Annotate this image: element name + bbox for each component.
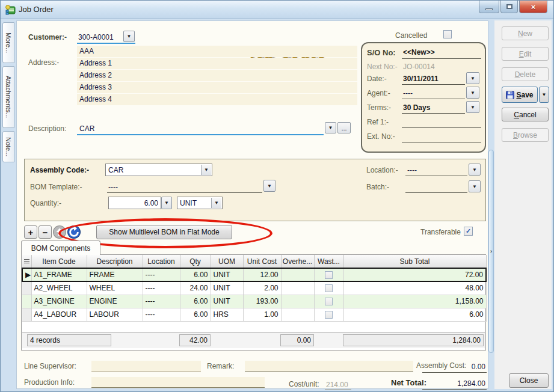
agent-value[interactable]: ---- <box>403 89 413 97</box>
col-qty[interactable]: Qty <box>180 255 211 268</box>
waste-cell <box>314 281 343 295</box>
cancelled-checkbox[interactable] <box>443 30 452 38</box>
quantity-value: 6.00 <box>144 199 158 207</box>
table-row[interactable]: ▶ A1_FRAMEFRAME ----6.00 UNIT12.00 72.00 <box>22 268 486 281</box>
col-unit-cost[interactable]: Unit Cost <box>243 255 281 268</box>
description-ellipsis-button[interactable]: ... <box>337 122 351 133</box>
next-no-value: JO-00014 <box>403 63 435 71</box>
col-item-code[interactable]: Item Code <box>31 255 87 268</box>
so-no-value: <<New>> <box>403 48 435 57</box>
description-dropdown-button[interactable]: ▼ <box>325 122 336 133</box>
assembly-code-dropdown-icon[interactable]: ▼ <box>201 165 211 175</box>
ref1-underline <box>402 127 481 128</box>
show-flat-mode-button[interactable]: Show Multilevel BOM in Flat Mode <box>96 225 232 239</box>
bom-grid: Item Code Description Location Qty UOM U… <box>21 254 486 351</box>
bom-template-dropdown-button[interactable]: ▼ <box>263 180 275 192</box>
col-waste[interactable]: Wast... <box>314 255 343 268</box>
agent-dropdown-button[interactable]: ▼ <box>466 87 479 99</box>
address-line2-field[interactable] <box>77 70 357 81</box>
customer-name: AAA <box>79 47 94 55</box>
batch-label: Batch:- <box>366 183 389 191</box>
transferable-checkbox[interactable]: ✓ <box>464 227 473 236</box>
column-chooser-header[interactable] <box>22 255 31 268</box>
address-line3: Address 3 <box>79 83 112 91</box>
add-row-button[interactable]: + <box>24 225 37 239</box>
address-line1-field[interactable] <box>77 58 357 69</box>
terms-value[interactable]: 30 Days <box>403 103 430 112</box>
terms-dropdown-button[interactable]: ▼ <box>466 101 479 113</box>
quantity-dropdown-button[interactable]: ▼ <box>161 197 172 209</box>
quantity-label: Quantity:- <box>30 199 61 207</box>
waste-checkbox[interactable] <box>325 271 333 279</box>
tab-more[interactable]: More... <box>2 22 14 63</box>
line-supervisor-label: Line Supervisor: <box>24 362 76 370</box>
edit-button[interactable]: Edit <box>502 47 549 61</box>
customer-focus-underline <box>77 43 135 44</box>
table-row[interactable]: A3_ENGINEENGINE ----6.00 UNIT193.00 1,15… <box>22 295 486 308</box>
assembly-code-label: Assembly Code:- <box>30 166 89 174</box>
close-button[interactable]: Close <box>509 373 549 388</box>
batch-dropdown-button[interactable]: ▼ <box>469 180 481 192</box>
refresh-bom-button[interactable] <box>67 225 81 239</box>
agent-label: Agent:- <box>367 89 390 97</box>
waste-checkbox[interactable] <box>325 311 333 319</box>
description-label: Description: <box>28 124 66 133</box>
date-dropdown-button[interactable]: ▼ <box>466 72 479 84</box>
quantity-input[interactable]: 6.00 <box>108 197 161 209</box>
next-no-label: Next No:- <box>367 63 398 71</box>
browse-button[interactable]: Browse <box>502 128 549 142</box>
maximize-button[interactable] <box>500 1 518 13</box>
collapse-splitter[interactable]: › <box>488 150 494 353</box>
customer-dropdown-button[interactable]: ▼ <box>123 31 135 42</box>
remark-field[interactable] <box>245 361 413 372</box>
tab-bom-components[interactable]: BOM Components <box>21 240 100 255</box>
row-selector <box>22 308 31 321</box>
location-value[interactable]: ---- <box>407 166 417 174</box>
qty-total: 42.00 <box>179 334 211 346</box>
new-button[interactable]: New <box>502 26 549 40</box>
grid-header-row: Item Code Description Location Qty UOM U… <box>22 255 486 268</box>
date-value[interactable]: 30/11/2011 <box>403 75 439 83</box>
tab-attachments[interactable]: Attachments... <box>2 66 14 128</box>
minimize-button[interactable] <box>479 1 499 13</box>
customer-name-field <box>77 46 357 57</box>
col-description[interactable]: Description <box>87 255 143 268</box>
waste-checkbox[interactable] <box>325 298 333 305</box>
save-options-dropdown[interactable]: ▼ <box>539 87 549 103</box>
customer-value[interactable]: 300-A0001 <box>78 33 114 41</box>
table-row[interactable]: A2_WHEELWHEEL ----24.00 UNIT2.00 48.00 <box>22 281 486 295</box>
address-line3-field[interactable] <box>77 82 357 93</box>
net-total-underline <box>422 389 487 390</box>
bom-template-value[interactable]: ---- <box>108 183 118 191</box>
location-dropdown-button[interactable]: ▼ <box>469 164 481 176</box>
production-info-label: Production Info: <box>24 378 75 387</box>
table-row[interactable]: A4_LABOURLABOUR ----6.00 HRS1.00 6.00 <box>22 308 486 321</box>
grid-footer: 4 records 42.00 0.00 1,284.00 <box>22 332 485 348</box>
ext-no-underline <box>402 142 481 142</box>
cancel-button[interactable]: Cancel <box>502 108 549 121</box>
tab-note[interactable]: Note... <box>2 131 14 162</box>
col-uom[interactable]: UOM <box>211 255 243 268</box>
address-line4-field[interactable] <box>77 94 357 105</box>
description-value[interactable]: CAR <box>79 124 94 133</box>
remark-label: Remark: <box>207 362 234 370</box>
col-overhead[interactable]: Overhe... <box>281 255 314 268</box>
remove-row-button[interactable]: − <box>38 225 52 239</box>
production-info-field[interactable] <box>91 377 265 388</box>
transferable-label: Transferable <box>420 228 461 236</box>
col-sub-total[interactable]: Sub Total <box>343 255 486 268</box>
close-window-button[interactable]: × <box>519 1 547 13</box>
assembly-code-combo[interactable]: CAR ▼ <box>105 164 212 176</box>
uom-dropdown-icon[interactable]: ▼ <box>211 198 221 208</box>
terms-underline <box>402 113 465 114</box>
waste-checkbox[interactable] <box>325 284 333 292</box>
action-button-panel: New Edit Delete Save ▼ Cancel Browse Clo… <box>494 20 552 389</box>
title-bar[interactable]: Job Order × <box>1 1 553 19</box>
col-location[interactable]: Location <box>143 255 180 268</box>
delete-button[interactable]: Delete <box>502 67 549 81</box>
save-button[interactable]: Save <box>502 87 538 103</box>
uom-combo[interactable]: UNIT ▼ <box>177 197 223 209</box>
job-order-form: Job Order Cancelled Customer:- 300-A0001… <box>16 20 488 389</box>
move-up-button[interactable] <box>53 225 66 239</box>
line-supervisor-field[interactable] <box>91 361 201 372</box>
